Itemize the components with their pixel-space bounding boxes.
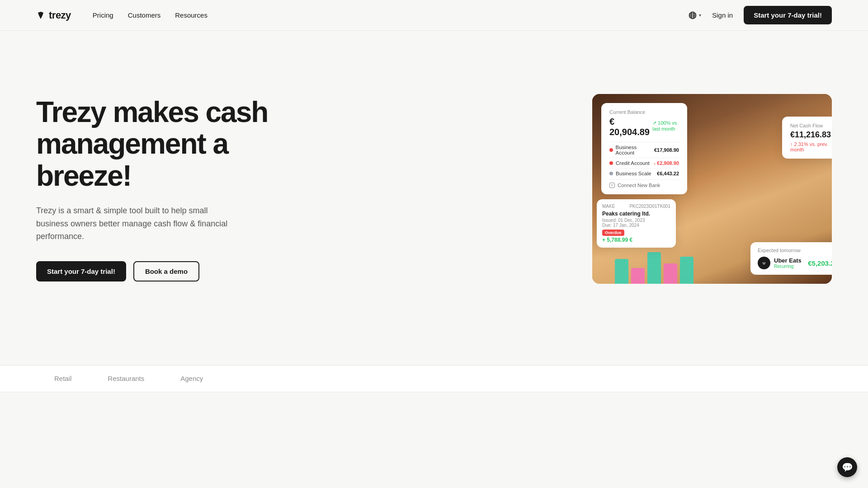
chat-icon: 💬	[842, 462, 853, 473]
overdue-badge: Overdue	[602, 230, 624, 236]
chat-support-button[interactable]: 💬	[837, 457, 857, 477]
dot-gray-icon	[609, 172, 613, 175]
balance-card-title: Current Balance	[609, 109, 679, 115]
net-cash-card: Net Cash Flow €11,216.83 ↑ 2.31% vs. pre…	[782, 117, 832, 159]
logo-text: trezy	[49, 9, 71, 21]
dot-red-icon-2	[609, 161, 613, 165]
net-cash-title: Net Cash Flow	[790, 123, 832, 128]
bottom-tabs: Retail Restaurants Agency	[0, 366, 868, 392]
balance-row-2-value: €6,443.22	[657, 171, 679, 176]
plus-icon: +	[609, 183, 615, 188]
hero-section: Trezy makes cash management a breeze! Tr…	[0, 31, 868, 338]
expected-sub: Recurring	[774, 264, 802, 269]
expected-card: Expected tomorrow U Uber Eats Recurring …	[750, 242, 832, 275]
nav-right: ▾ Sign in Start your 7-day trial!	[688, 6, 832, 24]
net-cash-value: €11,216.83	[790, 130, 832, 140]
nav-link-customers[interactable]: Customers	[128, 11, 161, 19]
hero-trial-button[interactable]: Start your 7-day trial!	[36, 261, 126, 282]
hero-copy: Trezy makes cash management a breeze! Tr…	[36, 96, 289, 282]
invoice-amount: + 5,788.99 €	[602, 237, 670, 243]
invoice-make-label: MAKE	[602, 204, 615, 209]
nav-left: trezy Pricing Customers Resources	[36, 9, 208, 21]
balance-row-2-label: Business Scale	[616, 171, 651, 176]
hero-image-wrapper: Current Balance € 20,904.89 ↗ 100% vs la…	[592, 94, 832, 284]
balance-row-0-label: Business Account	[616, 145, 654, 155]
tab-retail[interactable]: Retail	[36, 366, 90, 392]
sign-in-link[interactable]: Sign in	[712, 11, 733, 19]
expected-company: Uber Eats	[774, 257, 802, 264]
balance-row-1-value: - €2,908.90	[654, 160, 679, 166]
invoice-due: Due: 17 Jan, 2024	[602, 223, 670, 228]
expected-title: Expected tomorrow	[758, 248, 832, 253]
logo-icon	[36, 11, 45, 20]
balance-card-badge: ↗ 100% vs last month	[652, 120, 679, 131]
nav-link-resources[interactable]: Resources	[175, 11, 208, 19]
tab-agency[interactable]: Agency	[162, 366, 221, 392]
balance-row-1: Credit Account - €2,908.90	[609, 158, 679, 168]
balance-row-2: Business Scale €6,443.22	[609, 168, 679, 178]
hero-title: Trezy makes cash management a breeze!	[36, 96, 289, 192]
invoice-card: MAKE PKC2023D01TK001 Peaks catering ltd.…	[597, 199, 676, 248]
balance-card-value: € 20,904.89	[609, 117, 650, 137]
hero-subtitle: Trezy is a smart & simple tool built to …	[36, 204, 235, 243]
language-selector[interactable]: ▾	[688, 11, 701, 20]
connect-bank-label: Connect New Bank	[618, 183, 660, 188]
connect-bank-row[interactable]: + Connect New Bank	[609, 179, 679, 188]
navbar: trezy Pricing Customers Resources ▾ Sign…	[0, 0, 868, 31]
hero-actions: Start your 7-day trial! Book a demo	[36, 261, 289, 282]
invoice-issued: Issued: 01 Dec, 2023	[602, 218, 670, 223]
balance-row-0: Business Account €17,908.90	[609, 142, 679, 158]
invoice-header: MAKE PKC2023D01TK001	[602, 204, 670, 209]
expected-amount: €5,203.22	[808, 259, 832, 267]
balance-card: Current Balance € 20,904.89 ↗ 100% vs la…	[601, 103, 687, 194]
chevron-down-icon: ▾	[699, 13, 701, 18]
balance-row-1-label: Credit Account	[616, 160, 650, 166]
nav-trial-button[interactable]: Start your 7-day trial!	[744, 6, 832, 24]
balance-row-0-value: €17,908.90	[654, 147, 679, 153]
uber-eats-logo: U	[758, 257, 770, 269]
tab-restaurants[interactable]: Restaurants	[90, 366, 162, 392]
logo[interactable]: trezy	[36, 9, 71, 21]
hero-demo-button[interactable]: Book a demo	[133, 261, 199, 282]
expected-row: U Uber Eats Recurring €5,203.22	[758, 257, 832, 269]
balance-rows: Business Account €17,908.90 Credit Accou…	[609, 142, 679, 188]
dot-red-icon	[609, 148, 613, 152]
invoice-id: PKC2023D01TK001	[629, 204, 670, 209]
globe-icon	[688, 11, 697, 20]
hero-image: Current Balance € 20,904.89 ↗ 100% vs la…	[592, 94, 832, 284]
nav-links: Pricing Customers Resources	[93, 11, 208, 19]
nav-link-pricing[interactable]: Pricing	[93, 11, 113, 19]
invoice-name: Peaks catering ltd.	[602, 211, 670, 217]
net-cash-change: ↑ 2.31% vs. prev. month	[790, 141, 832, 152]
bottom-section: Retail Restaurants Agency	[0, 365, 868, 392]
